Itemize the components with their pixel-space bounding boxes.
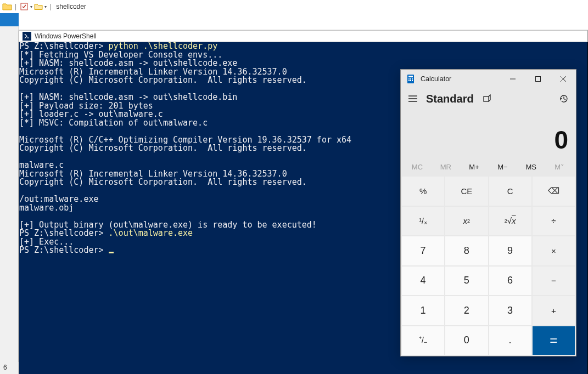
powershell-icon (23, 32, 31, 41)
dropdown-icon[interactable]: ▾ (30, 4, 32, 9)
explorer-title: shellcoder (56, 3, 86, 10)
key-divide[interactable]: ÷ (533, 207, 575, 236)
mem-list[interactable]: M˅ (545, 163, 574, 171)
powershell-title: Windows PowerShell (35, 32, 97, 40)
svg-rect-6 (412, 78, 413, 80)
key-5[interactable]: 5 (445, 267, 488, 296)
key-backspace[interactable]: ⌫ (533, 177, 575, 206)
mem-clear[interactable]: MC (403, 163, 432, 171)
svg-rect-4 (408, 78, 410, 80)
key-percent[interactable]: % (402, 177, 444, 206)
keep-on-top-icon[interactable] (481, 93, 492, 104)
key-multiply[interactable]: × (533, 236, 575, 265)
hamburger-icon[interactable] (407, 93, 418, 104)
history-icon[interactable] (558, 93, 569, 104)
explorer-toolbar: | ▾ ▾ | shellcoder (0, 0, 588, 30)
display-value: 0 (554, 125, 568, 155)
key-0[interactable]: 0 (445, 326, 488, 355)
folder-small-icon (33, 2, 43, 12)
key-c[interactable]: C (489, 177, 531, 206)
save-icon[interactable] (19, 2, 29, 12)
mem-store[interactable]: MS (517, 163, 545, 171)
powershell-titlebar[interactable]: Windows PowerShell (19, 30, 588, 42)
svg-rect-7 (408, 80, 410, 81)
calculator-window: Calculator Standard 0 MC MR M+ M− MS (400, 69, 576, 356)
ps-output: [*] Fetching VS Developer Console envs..… (19, 50, 351, 230)
key-subtract[interactable]: − (533, 267, 575, 296)
svg-rect-8 (410, 80, 411, 81)
calculator-keypad: % CE C ⌫ ¹/ₓ x2 2√x ÷ 7 8 9 × 4 5 6 − 1 … (401, 175, 576, 356)
svg-rect-9 (412, 80, 413, 81)
explorer-status-bar: 6 (0, 362, 19, 374)
key-1[interactable]: 1 (402, 296, 444, 325)
key-add[interactable]: + (533, 296, 575, 325)
mem-recall[interactable]: MR (432, 163, 460, 171)
key-6[interactable]: 6 (489, 267, 531, 296)
key-ce[interactable]: CE (445, 177, 488, 206)
explorer-nav-pane (0, 26, 19, 374)
folder-icon (2, 2, 12, 12)
svg-rect-3 (408, 76, 413, 77)
key-reciprocal[interactable]: ¹/ₓ (402, 207, 444, 236)
calculator-header: Standard (401, 88, 576, 110)
calculator-title: Calculator (421, 75, 451, 83)
key-7[interactable]: 7 (402, 236, 444, 265)
toolbar-separator: | (49, 3, 51, 10)
mem-plus[interactable]: M+ (460, 163, 489, 171)
key-decimal[interactable]: . (489, 326, 531, 355)
key-8[interactable]: 8 (445, 236, 488, 265)
key-square[interactable]: x2 (445, 207, 488, 236)
maximize-button[interactable] (525, 70, 551, 88)
svg-rect-17 (484, 97, 489, 101)
mem-minus[interactable]: M− (488, 163, 517, 171)
calculator-display: 0 (401, 110, 576, 158)
key-4[interactable]: 4 (402, 267, 444, 296)
memory-row: MC MR M+ M− MS M˅ (401, 158, 576, 175)
minimize-button[interactable] (500, 70, 525, 88)
calculator-icon (406, 75, 415, 83)
svg-rect-5 (410, 78, 411, 80)
key-3[interactable]: 3 (489, 296, 531, 325)
calculator-mode: Standard (426, 93, 474, 105)
key-sqrt[interactable]: 2√x (489, 207, 531, 236)
key-2[interactable]: 2 (445, 296, 488, 325)
close-button[interactable] (551, 70, 576, 88)
file-menu-tab[interactable] (0, 13, 19, 26)
dropdown-icon[interactable]: ▾ (44, 4, 47, 9)
key-negate[interactable]: +/− (402, 326, 444, 355)
ps-prompt: PS Z:\shellcoder> (19, 245, 109, 255)
svg-rect-11 (536, 76, 541, 81)
ps-command: .\out\malware.exe (109, 228, 193, 238)
cursor-icon (109, 252, 114, 253)
key-equals[interactable]: = (533, 326, 575, 355)
calculator-titlebar[interactable]: Calculator (401, 70, 576, 88)
key-9[interactable]: 9 (489, 236, 531, 265)
toolbar-separator: | (15, 3, 16, 10)
